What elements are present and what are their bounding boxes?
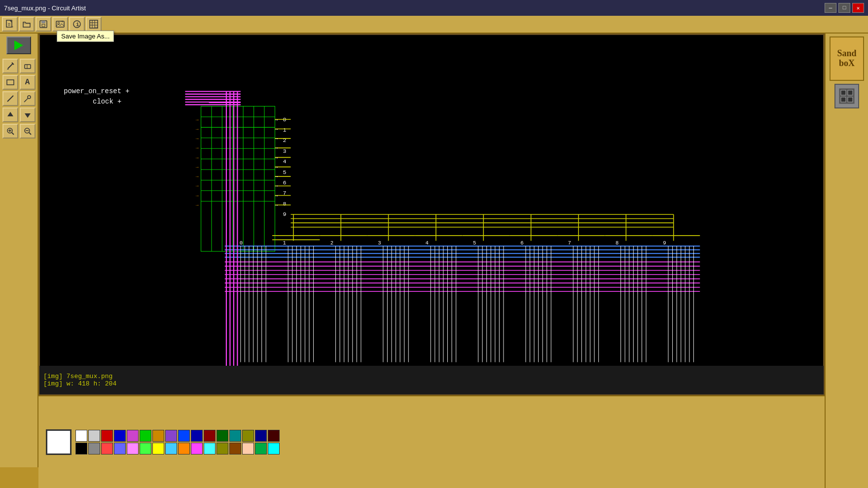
color-maroon[interactable] (268, 430, 280, 442)
move-up-tool[interactable] (2, 107, 18, 122)
color-amber[interactable] (178, 443, 190, 454)
color-emerald[interactable] (255, 443, 267, 454)
sandbox-text: SandboX (837, 49, 856, 69)
svg-text:2: 2 (330, 240, 333, 246)
color-orange[interactable] (152, 430, 164, 442)
zoom-out-tool[interactable] (20, 124, 36, 139)
svg-text:4: 4 (283, 158, 286, 165)
palette-area (38, 395, 825, 488)
svg-line-28 (24, 101, 26, 102)
zoom-in-tool[interactable] (2, 124, 18, 139)
svg-rect-7 (42, 24, 45, 27)
window-controls: — □ ✕ (825, 3, 864, 13)
color-yellow[interactable] (152, 443, 164, 454)
title-text: 7seg_mux.png - Circuit Artist (4, 4, 86, 12)
color-red[interactable] (101, 430, 113, 442)
color-darkgreen[interactable] (217, 430, 228, 442)
sandbox-label[interactable]: SandboX (830, 36, 864, 81)
tool-row-5 (2, 124, 36, 139)
rect-tool[interactable] (2, 75, 18, 90)
svg-text:1: 1 (283, 240, 286, 246)
tool-row-1 (2, 59, 36, 73)
color-black[interactable] (75, 443, 87, 454)
color-blue[interactable] (114, 430, 126, 442)
color-darkyellow[interactable] (217, 443, 228, 454)
svg-text:→: → (275, 165, 278, 170)
maximize-button[interactable]: □ (838, 3, 850, 13)
svg-text:9: 9 (663, 240, 666, 246)
play-icon (14, 40, 23, 50)
pencil-tool[interactable] (2, 59, 18, 73)
sandbox-icon[interactable] (834, 84, 859, 108)
svg-text:→: → (275, 183, 278, 189)
svg-text:5: 5 (473, 240, 476, 246)
eyedropper-tool[interactable] (20, 91, 36, 106)
svg-text:power_on_reset +: power_on_reset + (64, 87, 130, 95)
color-brightblue[interactable] (178, 430, 190, 442)
color-brightred[interactable] (101, 443, 113, 454)
svg-rect-232 (848, 97, 853, 102)
svg-text:→: → (196, 127, 199, 132)
svg-line-32 (12, 133, 14, 135)
svg-text:→: → (196, 136, 199, 141)
color-teal[interactable] (229, 430, 241, 442)
color-brown[interactable] (229, 443, 241, 454)
svg-text:→: → (196, 165, 199, 170)
open-button[interactable] (19, 17, 35, 32)
current-color-box[interactable] (46, 429, 72, 455)
color-darkred[interactable] (204, 430, 216, 442)
play-button[interactable] (6, 36, 31, 54)
text-tool[interactable]: A (20, 75, 36, 90)
svg-rect-6 (41, 21, 45, 23)
save-button[interactable] (36, 17, 51, 32)
svg-line-19 (8, 64, 13, 69)
svg-rect-24 (7, 80, 14, 85)
grid-button[interactable]: ↔ (86, 17, 102, 32)
color-pink[interactable] (127, 443, 139, 454)
close-button[interactable]: ✕ (852, 3, 864, 13)
svg-text:→: → (275, 155, 278, 161)
color-green[interactable] (140, 430, 151, 442)
info-button[interactable]: i (69, 17, 85, 32)
svg-marker-20 (7, 69, 9, 70)
tooltip: Save Image As... (57, 31, 114, 42)
left-panel: A (0, 34, 38, 467)
color-cyan[interactable] (204, 443, 216, 454)
svg-line-36 (29, 133, 31, 135)
title-bar: 7seg_mux.png - Circuit Artist — □ ✕ (0, 0, 868, 16)
svg-text:→: → (196, 145, 199, 151)
svg-marker-29 (7, 112, 13, 116)
svg-rect-230 (848, 90, 853, 95)
color-peach[interactable] (242, 443, 254, 454)
color-periwinkle[interactable] (114, 443, 126, 454)
color-hotpink[interactable] (191, 443, 203, 454)
tool-row-4 (2, 107, 36, 122)
minimize-button[interactable]: — (825, 3, 836, 13)
svg-text:3: 3 (378, 240, 381, 246)
color-white[interactable] (75, 430, 87, 442)
svg-text:→: → (196, 193, 199, 199)
color-swatches (75, 430, 280, 454)
eraser-tool[interactable] (20, 59, 36, 73)
color-skyblue[interactable] (165, 443, 177, 454)
canvas-area[interactable]: power_on_reset + clock + (38, 34, 825, 395)
svg-text:→: → (196, 203, 199, 208)
color-darkblue[interactable] (191, 430, 203, 442)
color-aqua[interactable] (268, 443, 280, 454)
svg-text:9: 9 (283, 211, 286, 218)
color-purple[interactable] (165, 430, 177, 442)
svg-line-25 (7, 96, 13, 102)
color-magenta[interactable] (127, 430, 139, 442)
move-down-tool[interactable] (20, 107, 36, 122)
color-lime[interactable] (140, 443, 151, 454)
svg-text:8: 8 (615, 240, 618, 246)
color-lightgray[interactable] (88, 430, 100, 442)
color-olive[interactable] (242, 430, 254, 442)
line-tool[interactable] (2, 91, 18, 106)
save-image-button[interactable]: ⬇ (52, 17, 68, 32)
svg-marker-30 (25, 113, 31, 118)
new-button[interactable]: + (2, 17, 18, 32)
color-navy[interactable] (255, 430, 267, 442)
color-gray[interactable] (88, 443, 100, 454)
svg-rect-231 (841, 97, 846, 102)
